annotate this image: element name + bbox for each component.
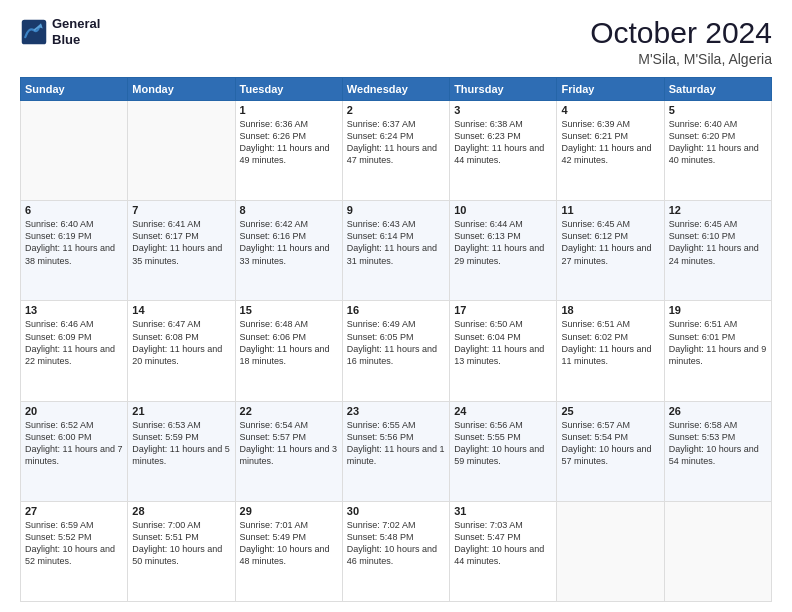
day-header-thursday: Thursday [450,78,557,101]
day-info: Sunrise: 6:40 AMSunset: 6:20 PMDaylight:… [669,118,767,167]
calendar-cell: 17Sunrise: 6:50 AMSunset: 6:04 PMDayligh… [450,301,557,401]
day-header-saturday: Saturday [664,78,771,101]
page: General Blue October 2024 M'Sila, M'Sila… [0,0,792,612]
day-info: Sunrise: 7:02 AMSunset: 5:48 PMDaylight:… [347,519,445,568]
day-info: Sunrise: 6:43 AMSunset: 6:14 PMDaylight:… [347,218,445,267]
day-info: Sunrise: 6:44 AMSunset: 6:13 PMDaylight:… [454,218,552,267]
day-number: 28 [132,505,230,517]
day-info: Sunrise: 6:51 AMSunset: 6:01 PMDaylight:… [669,318,767,367]
day-info: Sunrise: 6:47 AMSunset: 6:08 PMDaylight:… [132,318,230,367]
day-number: 21 [132,405,230,417]
calendar-cell: 24Sunrise: 6:56 AMSunset: 5:55 PMDayligh… [450,401,557,501]
day-info: Sunrise: 6:40 AMSunset: 6:19 PMDaylight:… [25,218,123,267]
calendar-cell: 4Sunrise: 6:39 AMSunset: 6:21 PMDaylight… [557,101,664,201]
day-info: Sunrise: 6:54 AMSunset: 5:57 PMDaylight:… [240,419,338,468]
day-number: 15 [240,304,338,316]
calendar-cell: 1Sunrise: 6:36 AMSunset: 6:26 PMDaylight… [235,101,342,201]
calendar-cell: 21Sunrise: 6:53 AMSunset: 5:59 PMDayligh… [128,401,235,501]
day-info: Sunrise: 6:56 AMSunset: 5:55 PMDaylight:… [454,419,552,468]
day-info: Sunrise: 6:48 AMSunset: 6:06 PMDaylight:… [240,318,338,367]
day-header-row: SundayMondayTuesdayWednesdayThursdayFrid… [21,78,772,101]
calendar-cell: 11Sunrise: 6:45 AMSunset: 6:12 PMDayligh… [557,201,664,301]
calendar-cell: 14Sunrise: 6:47 AMSunset: 6:08 PMDayligh… [128,301,235,401]
calendar-cell: 15Sunrise: 6:48 AMSunset: 6:06 PMDayligh… [235,301,342,401]
calendar-cell: 7Sunrise: 6:41 AMSunset: 6:17 PMDaylight… [128,201,235,301]
day-info: Sunrise: 6:53 AMSunset: 5:59 PMDaylight:… [132,419,230,468]
day-info: Sunrise: 6:57 AMSunset: 5:54 PMDaylight:… [561,419,659,468]
day-header-monday: Monday [128,78,235,101]
week-row-2: 6Sunrise: 6:40 AMSunset: 6:19 PMDaylight… [21,201,772,301]
calendar-cell: 25Sunrise: 6:57 AMSunset: 5:54 PMDayligh… [557,401,664,501]
day-number: 1 [240,104,338,116]
calendar-cell [21,101,128,201]
day-number: 29 [240,505,338,517]
day-number: 24 [454,405,552,417]
day-number: 14 [132,304,230,316]
calendar-cell [557,501,664,601]
day-number: 5 [669,104,767,116]
day-number: 23 [347,405,445,417]
day-number: 19 [669,304,767,316]
calendar-cell: 26Sunrise: 6:58 AMSunset: 5:53 PMDayligh… [664,401,771,501]
calendar-cell [664,501,771,601]
day-number: 6 [25,204,123,216]
day-number: 31 [454,505,552,517]
calendar-cell: 8Sunrise: 6:42 AMSunset: 6:16 PMDaylight… [235,201,342,301]
day-number: 10 [454,204,552,216]
day-info: Sunrise: 6:58 AMSunset: 5:53 PMDaylight:… [669,419,767,468]
day-number: 17 [454,304,552,316]
calendar-cell: 28Sunrise: 7:00 AMSunset: 5:51 PMDayligh… [128,501,235,601]
calendar-cell: 27Sunrise: 6:59 AMSunset: 5:52 PMDayligh… [21,501,128,601]
calendar-cell: 19Sunrise: 6:51 AMSunset: 6:01 PMDayligh… [664,301,771,401]
day-info: Sunrise: 6:46 AMSunset: 6:09 PMDaylight:… [25,318,123,367]
month-year: October 2024 [590,16,772,49]
day-info: Sunrise: 6:45 AMSunset: 6:12 PMDaylight:… [561,218,659,267]
location: M'Sila, M'Sila, Algeria [590,51,772,67]
day-header-friday: Friday [557,78,664,101]
day-info: Sunrise: 7:03 AMSunset: 5:47 PMDaylight:… [454,519,552,568]
calendar-cell: 9Sunrise: 6:43 AMSunset: 6:14 PMDaylight… [342,201,449,301]
day-info: Sunrise: 6:36 AMSunset: 6:26 PMDaylight:… [240,118,338,167]
day-info: Sunrise: 7:01 AMSunset: 5:49 PMDaylight:… [240,519,338,568]
day-number: 4 [561,104,659,116]
day-number: 25 [561,405,659,417]
logo-icon [20,18,48,46]
calendar-cell: 6Sunrise: 6:40 AMSunset: 6:19 PMDaylight… [21,201,128,301]
calendar-cell: 16Sunrise: 6:49 AMSunset: 6:05 PMDayligh… [342,301,449,401]
day-number: 20 [25,405,123,417]
week-row-3: 13Sunrise: 6:46 AMSunset: 6:09 PMDayligh… [21,301,772,401]
day-info: Sunrise: 6:39 AMSunset: 6:21 PMDaylight:… [561,118,659,167]
day-number: 12 [669,204,767,216]
logo-text: General Blue [52,16,100,47]
day-number: 11 [561,204,659,216]
day-number: 13 [25,304,123,316]
day-info: Sunrise: 6:51 AMSunset: 6:02 PMDaylight:… [561,318,659,367]
day-header-wednesday: Wednesday [342,78,449,101]
calendar-cell: 29Sunrise: 7:01 AMSunset: 5:49 PMDayligh… [235,501,342,601]
calendar-cell: 13Sunrise: 6:46 AMSunset: 6:09 PMDayligh… [21,301,128,401]
calendar-cell: 30Sunrise: 7:02 AMSunset: 5:48 PMDayligh… [342,501,449,601]
svg-rect-0 [22,19,47,44]
calendar-cell: 20Sunrise: 6:52 AMSunset: 6:00 PMDayligh… [21,401,128,501]
day-info: Sunrise: 6:50 AMSunset: 6:04 PMDaylight:… [454,318,552,367]
calendar-cell: 12Sunrise: 6:45 AMSunset: 6:10 PMDayligh… [664,201,771,301]
day-info: Sunrise: 6:37 AMSunset: 6:24 PMDaylight:… [347,118,445,167]
day-number: 8 [240,204,338,216]
calendar-cell: 23Sunrise: 6:55 AMSunset: 5:56 PMDayligh… [342,401,449,501]
calendar-cell: 5Sunrise: 6:40 AMSunset: 6:20 PMDaylight… [664,101,771,201]
day-number: 16 [347,304,445,316]
day-number: 3 [454,104,552,116]
day-info: Sunrise: 6:42 AMSunset: 6:16 PMDaylight:… [240,218,338,267]
calendar-cell: 31Sunrise: 7:03 AMSunset: 5:47 PMDayligh… [450,501,557,601]
day-header-tuesday: Tuesday [235,78,342,101]
title-block: October 2024 M'Sila, M'Sila, Algeria [590,16,772,67]
day-number: 22 [240,405,338,417]
calendar-cell: 10Sunrise: 6:44 AMSunset: 6:13 PMDayligh… [450,201,557,301]
day-header-sunday: Sunday [21,78,128,101]
day-number: 9 [347,204,445,216]
day-info: Sunrise: 6:49 AMSunset: 6:05 PMDaylight:… [347,318,445,367]
day-info: Sunrise: 6:38 AMSunset: 6:23 PMDaylight:… [454,118,552,167]
day-info: Sunrise: 6:52 AMSunset: 6:00 PMDaylight:… [25,419,123,468]
day-info: Sunrise: 7:00 AMSunset: 5:51 PMDaylight:… [132,519,230,568]
day-info: Sunrise: 6:41 AMSunset: 6:17 PMDaylight:… [132,218,230,267]
